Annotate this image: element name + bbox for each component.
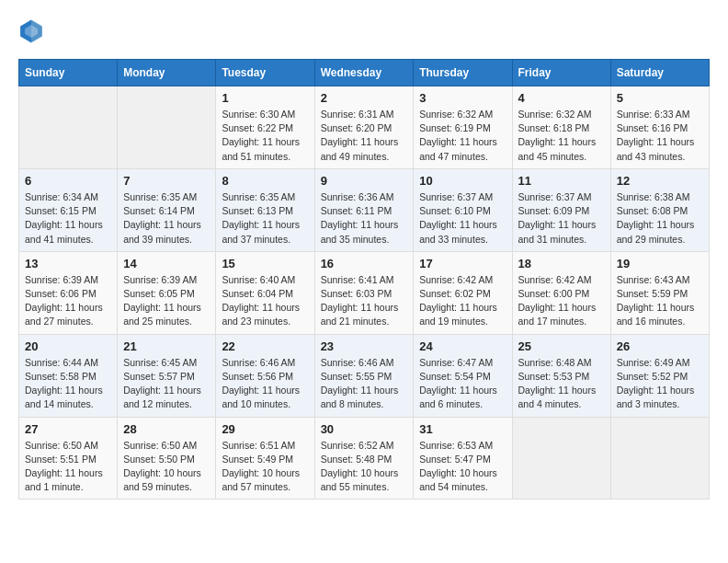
weekday-header: Sunday <box>19 60 118 86</box>
day-number: 12 <box>617 174 703 188</box>
calendar-table: SundayMondayTuesdayWednesdayThursdayFrid… <box>18 59 710 500</box>
day-number: 7 <box>123 174 210 188</box>
calendar-cell: 11Sunrise: 6:37 AMSunset: 6:09 PMDayligh… <box>512 168 610 251</box>
day-number: 15 <box>222 257 308 270</box>
day-number: 24 <box>419 339 506 353</box>
calendar-cell: 29Sunrise: 6:51 AMSunset: 5:49 PMDayligh… <box>216 417 314 500</box>
calendar-cell: 7Sunrise: 6:35 AMSunset: 6:14 PMDaylight… <box>118 168 216 251</box>
calendar-cell: 30Sunrise: 6:52 AMSunset: 5:48 PMDayligh… <box>314 417 414 500</box>
day-info: Sunrise: 6:49 AMSunset: 5:52 PMDaylight:… <box>617 356 703 412</box>
calendar-cell: 15Sunrise: 6:40 AMSunset: 6:04 PMDayligh… <box>216 251 314 334</box>
day-info: Sunrise: 6:43 AMSunset: 5:59 PMDaylight:… <box>617 273 703 329</box>
calendar-cell: 8Sunrise: 6:35 AMSunset: 6:13 PMDaylight… <box>216 168 314 251</box>
calendar-cell: 5Sunrise: 6:33 AMSunset: 6:16 PMDaylight… <box>610 86 709 169</box>
calendar-cell: 14Sunrise: 6:39 AMSunset: 6:05 PMDayligh… <box>118 251 216 334</box>
weekday-header: Thursday <box>414 60 512 86</box>
day-number: 6 <box>25 174 111 188</box>
day-number: 21 <box>123 339 210 353</box>
day-number: 13 <box>25 257 111 270</box>
day-info: Sunrise: 6:46 AMSunset: 5:55 PMDaylight:… <box>321 356 408 412</box>
calendar-cell: 1Sunrise: 6:30 AMSunset: 6:22 PMDaylight… <box>216 86 314 169</box>
day-info: Sunrise: 6:52 AMSunset: 5:48 PMDaylight:… <box>321 439 408 495</box>
day-number: 20 <box>25 339 111 353</box>
calendar-week-row: 13Sunrise: 6:39 AMSunset: 6:06 PMDayligh… <box>19 251 710 334</box>
day-info: Sunrise: 6:46 AMSunset: 5:56 PMDaylight:… <box>222 356 308 412</box>
calendar-header: SundayMondayTuesdayWednesdayThursdayFrid… <box>19 60 710 86</box>
calendar-cell: 25Sunrise: 6:48 AMSunset: 5:53 PMDayligh… <box>512 334 610 417</box>
day-info: Sunrise: 6:32 AMSunset: 6:18 PMDaylight:… <box>518 108 605 164</box>
day-info: Sunrise: 6:39 AMSunset: 6:05 PMDaylight:… <box>123 273 210 329</box>
day-info: Sunrise: 6:50 AMSunset: 5:51 PMDaylight:… <box>25 439 111 495</box>
day-number: 17 <box>419 257 506 270</box>
day-number: 1 <box>222 91 308 105</box>
calendar-cell: 26Sunrise: 6:49 AMSunset: 5:52 PMDayligh… <box>610 334 709 417</box>
calendar-cell: 10Sunrise: 6:37 AMSunset: 6:10 PMDayligh… <box>414 168 512 251</box>
day-number: 19 <box>617 257 703 270</box>
day-info: Sunrise: 6:37 AMSunset: 6:09 PMDaylight:… <box>518 190 605 247</box>
calendar-cell <box>19 86 118 169</box>
day-number: 28 <box>123 422 210 436</box>
day-number: 5 <box>617 91 703 105</box>
day-number: 18 <box>518 257 605 270</box>
calendar-cell: 16Sunrise: 6:41 AMSunset: 6:03 PMDayligh… <box>314 251 414 334</box>
page-header <box>18 18 710 44</box>
weekday-header: Monday <box>118 60 216 86</box>
day-number: 22 <box>222 339 308 353</box>
calendar-body: 1Sunrise: 6:30 AMSunset: 6:22 PMDaylight… <box>19 86 710 500</box>
calendar-cell <box>610 417 709 500</box>
day-number: 27 <box>25 422 111 436</box>
day-info: Sunrise: 6:40 AMSunset: 6:04 PMDaylight:… <box>222 273 308 329</box>
day-number: 8 <box>222 174 308 188</box>
day-number: 31 <box>419 422 506 436</box>
calendar-cell: 6Sunrise: 6:34 AMSunset: 6:15 PMDaylight… <box>19 168 118 251</box>
calendar-week-row: 1Sunrise: 6:30 AMSunset: 6:22 PMDaylight… <box>19 86 710 169</box>
day-info: Sunrise: 6:32 AMSunset: 6:19 PMDaylight:… <box>419 108 506 164</box>
day-number: 9 <box>321 174 408 188</box>
calendar-week-row: 20Sunrise: 6:44 AMSunset: 5:58 PMDayligh… <box>19 334 710 417</box>
weekday-header: Tuesday <box>216 60 314 86</box>
day-number: 14 <box>123 257 210 270</box>
weekday-header: Wednesday <box>314 60 414 86</box>
calendar-cell: 23Sunrise: 6:46 AMSunset: 5:55 PMDayligh… <box>314 334 414 417</box>
day-number: 23 <box>321 339 408 353</box>
calendar-cell: 4Sunrise: 6:32 AMSunset: 6:18 PMDaylight… <box>512 86 610 169</box>
day-info: Sunrise: 6:34 AMSunset: 6:15 PMDaylight:… <box>25 190 111 247</box>
day-info: Sunrise: 6:38 AMSunset: 6:08 PMDaylight:… <box>617 190 703 247</box>
day-info: Sunrise: 6:31 AMSunset: 6:20 PMDaylight:… <box>321 108 408 164</box>
calendar-week-row: 27Sunrise: 6:50 AMSunset: 5:51 PMDayligh… <box>19 417 710 500</box>
calendar-cell <box>512 417 610 500</box>
day-number: 16 <box>321 257 408 270</box>
calendar-cell: 24Sunrise: 6:47 AMSunset: 5:54 PMDayligh… <box>414 334 512 417</box>
calendar-header-row: SundayMondayTuesdayWednesdayThursdayFrid… <box>19 60 710 86</box>
calendar-cell: 18Sunrise: 6:42 AMSunset: 6:00 PMDayligh… <box>512 251 610 334</box>
day-number: 4 <box>518 91 605 105</box>
day-number: 10 <box>419 174 506 188</box>
calendar-cell: 27Sunrise: 6:50 AMSunset: 5:51 PMDayligh… <box>19 417 118 500</box>
calendar-week-row: 6Sunrise: 6:34 AMSunset: 6:15 PMDaylight… <box>19 168 710 251</box>
logo <box>18 18 48 44</box>
day-info: Sunrise: 6:44 AMSunset: 5:58 PMDaylight:… <box>25 356 111 412</box>
calendar-cell: 21Sunrise: 6:45 AMSunset: 5:57 PMDayligh… <box>118 334 216 417</box>
day-info: Sunrise: 6:41 AMSunset: 6:03 PMDaylight:… <box>321 273 408 329</box>
day-number: 29 <box>222 422 308 436</box>
day-info: Sunrise: 6:39 AMSunset: 6:06 PMDaylight:… <box>25 273 111 329</box>
day-number: 11 <box>518 174 605 188</box>
day-info: Sunrise: 6:35 AMSunset: 6:13 PMDaylight:… <box>222 190 308 247</box>
day-number: 25 <box>518 339 605 353</box>
day-info: Sunrise: 6:53 AMSunset: 5:47 PMDaylight:… <box>419 439 506 495</box>
weekday-header: Friday <box>512 60 610 86</box>
calendar-cell: 28Sunrise: 6:50 AMSunset: 5:50 PMDayligh… <box>118 417 216 500</box>
day-number: 26 <box>617 339 703 353</box>
day-info: Sunrise: 6:37 AMSunset: 6:10 PMDaylight:… <box>419 190 506 247</box>
logo-icon <box>18 18 44 44</box>
day-info: Sunrise: 6:42 AMSunset: 6:02 PMDaylight:… <box>419 273 506 329</box>
calendar-cell: 13Sunrise: 6:39 AMSunset: 6:06 PMDayligh… <box>19 251 118 334</box>
day-info: Sunrise: 6:48 AMSunset: 5:53 PMDaylight:… <box>518 356 605 412</box>
day-info: Sunrise: 6:45 AMSunset: 5:57 PMDaylight:… <box>123 356 210 412</box>
calendar-cell: 17Sunrise: 6:42 AMSunset: 6:02 PMDayligh… <box>414 251 512 334</box>
calendar-cell: 2Sunrise: 6:31 AMSunset: 6:20 PMDaylight… <box>314 86 414 169</box>
day-info: Sunrise: 6:36 AMSunset: 6:11 PMDaylight:… <box>321 190 408 247</box>
day-info: Sunrise: 6:47 AMSunset: 5:54 PMDaylight:… <box>419 356 506 412</box>
day-number: 30 <box>321 422 408 436</box>
day-info: Sunrise: 6:51 AMSunset: 5:49 PMDaylight:… <box>222 439 308 495</box>
